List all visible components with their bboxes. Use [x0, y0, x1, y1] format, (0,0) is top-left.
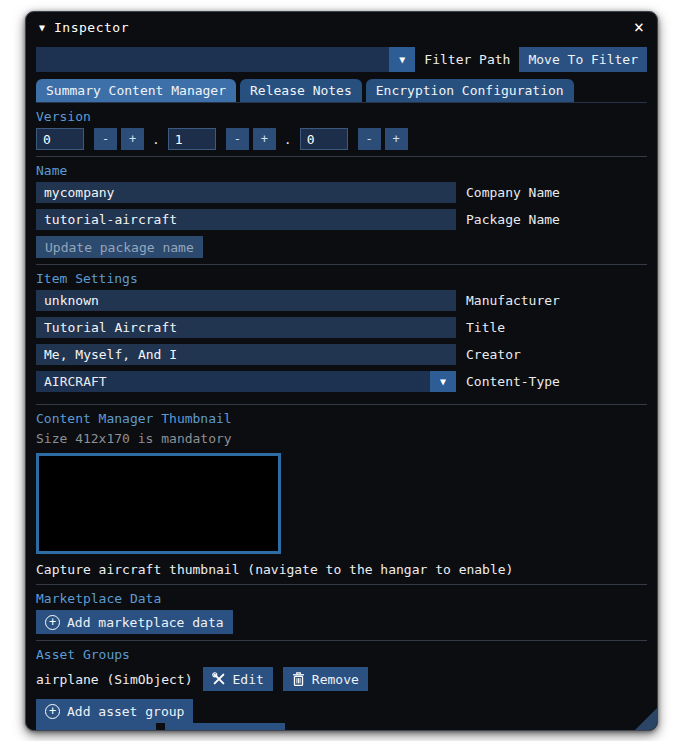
- thumbnail-size-hint: Size 412x170 is mandatory: [36, 431, 647, 446]
- version-major-minus-button[interactable]: -: [94, 128, 117, 150]
- section-divider: [36, 264, 647, 265]
- asset-group-name: airplane (SimObject): [36, 672, 193, 687]
- version-separator: .: [152, 132, 160, 147]
- tab-bar: Summary Content Manager Release Notes En…: [36, 79, 647, 103]
- version-major-plus-button[interactable]: +: [121, 128, 144, 150]
- version-minor-input[interactable]: [168, 128, 216, 150]
- version-minor-plus-button[interactable]: +: [253, 128, 276, 150]
- version-patch-plus-button[interactable]: +: [385, 128, 408, 150]
- clean-package-button[interactable]: Clean package: [165, 723, 285, 731]
- version-major-input[interactable]: [36, 128, 84, 150]
- filter-row: ▼ Filter Path Move To Filter: [36, 47, 647, 72]
- filter-path-label: Filter Path: [424, 52, 510, 67]
- titlebar[interactable]: ▼ Inspector ×: [26, 12, 657, 42]
- package-name-input[interactable]: [36, 209, 456, 230]
- inspector-window: ▼ Inspector × ▼ Filter Path Move To Filt…: [25, 11, 658, 731]
- version-patch-input[interactable]: [300, 128, 348, 150]
- move-to-filter-button[interactable]: Move To Filter: [519, 47, 647, 72]
- thumbnail-preview: [36, 453, 281, 554]
- title-row: Title: [36, 317, 647, 338]
- inspector-content: ▼ Filter Path Move To Filter Summary Con…: [26, 42, 657, 731]
- version-patch-minus-button[interactable]: -: [358, 128, 381, 150]
- add-asset-group-label: Add asset group: [67, 704, 184, 719]
- edit-label: Edit: [233, 672, 264, 687]
- manufacturer-label: Manufacturer: [466, 293, 560, 308]
- creator-row: Creator: [36, 344, 647, 365]
- title-label: Title: [466, 320, 505, 335]
- thumbnail-section-label: Content Manager Thumbnail: [36, 411, 647, 426]
- manufacturer-input[interactable]: [36, 290, 456, 311]
- company-name-label: Company Name: [466, 185, 560, 200]
- content-type-value: AIRCRAFT: [36, 374, 430, 389]
- remove-label: Remove: [312, 672, 359, 687]
- collapse-triangle-icon[interactable]: ▼: [39, 22, 45, 33]
- marketplace-section-label: Marketplace Data: [36, 591, 647, 606]
- item-settings-section-label: Item Settings: [36, 271, 647, 286]
- help-link[interactable]: (?): [294, 728, 317, 732]
- company-name-row: Company Name: [36, 182, 647, 203]
- tab-encryption-configuration[interactable]: Encryption Configuration: [366, 79, 574, 102]
- content-type-dropdown[interactable]: AIRCRAFT ▼: [36, 371, 456, 392]
- creator-label: Creator: [466, 347, 521, 362]
- close-icon[interactable]: ×: [634, 19, 644, 36]
- window-title: Inspector: [54, 20, 625, 35]
- resize-grip[interactable]: [635, 708, 657, 730]
- section-divider: [36, 404, 647, 405]
- version-separator: .: [284, 132, 292, 147]
- content-type-label: Content-Type: [466, 374, 560, 389]
- remove-asset-group-button[interactable]: Remove: [283, 667, 368, 691]
- plus-circle-icon: +: [45, 704, 60, 719]
- add-asset-group-button[interactable]: + Add asset group: [36, 699, 193, 723]
- name-section-label: Name: [36, 163, 647, 178]
- section-divider: [36, 584, 647, 585]
- trash-icon: [292, 672, 305, 686]
- company-name-input[interactable]: [36, 182, 456, 203]
- section-divider: [36, 156, 647, 157]
- tab-summary-content-manager[interactable]: Summary Content Manager: [36, 79, 236, 102]
- section-divider: [36, 640, 647, 641]
- tab-release-notes[interactable]: Release Notes: [240, 79, 362, 102]
- add-marketplace-data-button[interactable]: + Add marketplace data: [36, 610, 233, 634]
- edit-asset-group-button[interactable]: Edit: [203, 667, 273, 691]
- filter-path-dropdown[interactable]: ▼: [36, 47, 415, 72]
- version-section-label: Version: [36, 109, 647, 124]
- capture-thumbnail-text: Capture aircraft thumbnail (navigate to …: [36, 562, 647, 577]
- tools-edit-icon: [212, 672, 226, 686]
- chevron-down-icon[interactable]: ▼: [430, 371, 456, 392]
- version-stepper-row: - + . - + . - +: [36, 128, 647, 150]
- asset-group-row: airplane (SimObject) Edit Re: [36, 667, 647, 691]
- build-package-button[interactable]: Build package: [36, 723, 156, 731]
- plus-circle-icon: +: [45, 615, 60, 630]
- footer-actions: Build package Clean package (?): [36, 723, 647, 731]
- asset-groups-section-label: Asset Groups: [36, 647, 647, 662]
- package-name-label: Package Name: [466, 212, 560, 227]
- manufacturer-row: Manufacturer: [36, 290, 647, 311]
- title-input[interactable]: [36, 317, 456, 338]
- add-marketplace-data-label: Add marketplace data: [67, 615, 224, 630]
- update-package-name-button[interactable]: Update package name: [36, 236, 203, 258]
- package-name-row: Package Name: [36, 209, 647, 230]
- content-type-row: AIRCRAFT ▼ Content-Type: [36, 371, 647, 392]
- version-minor-minus-button[interactable]: -: [226, 128, 249, 150]
- creator-input[interactable]: [36, 344, 456, 365]
- chevron-down-icon[interactable]: ▼: [389, 47, 415, 72]
